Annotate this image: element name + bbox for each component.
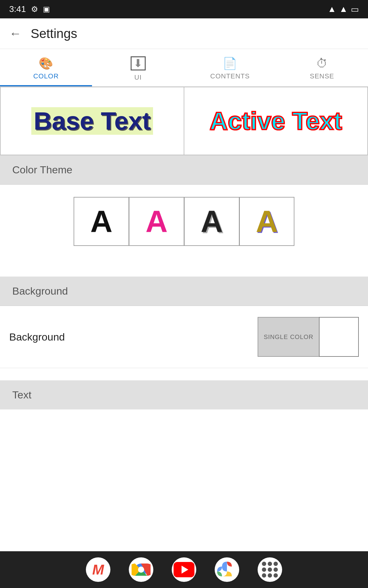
theme-a-gold-icon: A: [256, 204, 278, 239]
sense-tab-icon: ⏱: [316, 58, 328, 69]
svg-point-2: [138, 567, 144, 573]
theme-option-pink[interactable]: A: [129, 197, 184, 246]
background-row: Background SINGLE COLOR: [0, 306, 368, 368]
nav-photos-button[interactable]: [215, 557, 239, 582]
tab-color[interactable]: 🎨 COLOR: [0, 49, 92, 86]
single-color-label: SINGLE COLOR: [264, 334, 313, 341]
nav-youtube-button[interactable]: [172, 557, 196, 582]
text-section-label: Text: [12, 389, 31, 401]
theme-option-plain[interactable]: A: [74, 197, 129, 246]
bottom-nav: M: [0, 551, 368, 588]
chrome-icon: [132, 560, 151, 579]
nav-apps-button[interactable]: [258, 557, 282, 582]
apps-grid-icon: [258, 558, 282, 581]
theme-option-gold[interactable]: A: [239, 197, 294, 246]
top-bar: ← Settings: [0, 18, 368, 49]
background-label: Background: [12, 285, 68, 297]
settings-icon: ⚙: [31, 5, 38, 14]
ui-tab-icon: ⬇: [131, 56, 146, 70]
color-tab-label: COLOR: [33, 72, 59, 80]
white-color-option[interactable]: [319, 317, 359, 357]
page-title: Settings: [31, 26, 77, 41]
tab-ui[interactable]: ⬇ UI: [92, 49, 184, 86]
ui-tab-label: UI: [134, 74, 142, 81]
main-content: Base Text Active Text Color Theme A A A …: [0, 87, 368, 452]
tab-contents[interactable]: 📄 CONTENTS: [184, 49, 276, 86]
preview-active: Active Text: [184, 87, 367, 155]
theme-a-plain-icon: A: [90, 204, 112, 239]
status-bar: 3:41 ⚙ ▣ ▲ ▲ ▭: [0, 0, 368, 18]
tab-sense[interactable]: ⏱ SENSE: [276, 49, 368, 86]
base-text-preview: Base Text: [31, 107, 153, 135]
background-section-header: Background: [0, 277, 368, 306]
color-theme-section-header: Color Theme: [0, 155, 368, 184]
gmail-icon: M: [92, 561, 104, 578]
signal-icon: ▲: [339, 4, 348, 14]
preview-base: Base Text: [1, 87, 184, 155]
background-section: Background Background SINGLE COLOR: [0, 277, 368, 368]
battery-icon: ▭: [351, 4, 359, 14]
contents-tab-icon: 📄: [223, 58, 237, 69]
background-options: SINGLE COLOR: [258, 317, 359, 357]
photos-icon: [217, 559, 237, 580]
wifi-icon: ▲: [328, 4, 336, 14]
contents-tab-label: CONTENTS: [210, 72, 250, 80]
color-tab-icon: 🎨: [39, 58, 53, 69]
sim-icon: ▣: [43, 5, 50, 13]
text-section-header: Text: [0, 380, 368, 409]
sense-tab-label: SENSE: [310, 72, 334, 80]
background-row-label: Background: [9, 331, 65, 343]
status-right: ▲ ▲ ▭: [328, 4, 359, 14]
nav-chrome-button[interactable]: [129, 557, 153, 582]
active-text-preview: Active Text: [210, 107, 342, 135]
tab-bar: 🎨 COLOR ⬇ UI 📄 CONTENTS ⏱ SENSE: [0, 49, 368, 87]
color-theme-options: A A A A: [0, 185, 368, 258]
theme-a-pink-icon: A: [145, 204, 167, 239]
status-left: 3:41 ⚙ ▣: [9, 4, 50, 14]
theme-a-3d-icon: A: [201, 204, 223, 239]
text-section: Text: [0, 380, 368, 409]
time-display: 3:41: [9, 4, 26, 14]
preview-row: Base Text Active Text: [0, 87, 368, 155]
youtube-icon: [174, 562, 194, 577]
color-theme-label: Color Theme: [12, 164, 72, 175]
back-button[interactable]: ←: [9, 27, 21, 40]
nav-gmail-button[interactable]: M: [86, 557, 110, 582]
theme-option-3d[interactable]: A: [184, 197, 239, 246]
single-color-option[interactable]: SINGLE COLOR: [258, 317, 319, 357]
